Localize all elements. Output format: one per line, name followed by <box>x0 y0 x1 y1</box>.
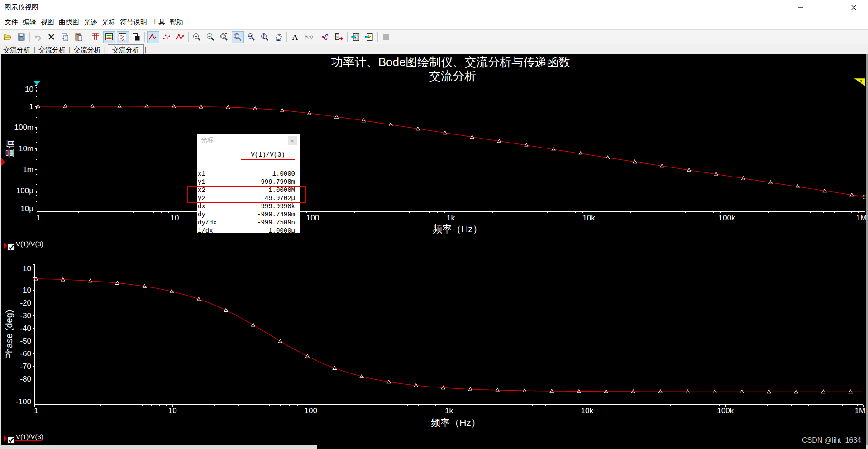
y-tick-label: 1m <box>23 165 33 174</box>
charts: 功率计、Bode图绘制仪、交流分析与传递函数交流分析1101001k10k100… <box>1 54 866 445</box>
copy-button[interactable] <box>59 31 72 43</box>
grid-button[interactable] <box>90 31 102 43</box>
legend-label[interactable]: V(1)/V(3) <box>16 240 43 248</box>
trace-V(1)/V(3) <box>37 106 865 197</box>
minimize-button[interactable] <box>790 0 811 14</box>
restore-button[interactable] <box>817 0 838 14</box>
y-tick-label: -70 <box>20 362 31 371</box>
zoom-in-button[interactable] <box>191 31 203 43</box>
toolbar-separator <box>144 32 145 42</box>
menu-视图[interactable]: 视图 <box>38 15 57 27</box>
legend-underline <box>15 440 42 441</box>
cursor-row-value: 999.7998m <box>261 178 295 186</box>
delete-button[interactable] <box>46 31 58 43</box>
x-tick-label: 100 <box>304 406 317 415</box>
menu-光标[interactable]: 光标 <box>100 15 118 27</box>
menu-工具[interactable]: 工具 <box>149 15 167 27</box>
svg-text:A: A <box>292 33 298 42</box>
menu-光迹[interactable]: 光迹 <box>81 15 100 27</box>
overlay-curves-button[interactable] <box>320 31 332 43</box>
menu-符号说明[interactable]: 符号说明 <box>118 15 149 27</box>
checkmark-icon <box>8 244 14 250</box>
window-right-edge <box>866 54 868 449</box>
save-icon <box>17 33 26 42</box>
toolbar: A(x,y) <box>0 29 868 44</box>
open-file-button[interactable] <box>2 31 14 43</box>
svg-text:(x,y): (x,y) <box>305 35 312 40</box>
y-tick-label: -50 <box>20 337 31 345</box>
checkmark-icon <box>8 437 14 443</box>
show-legend-icon <box>105 33 114 42</box>
pan-hand-button[interactable] <box>272 31 285 43</box>
toolbar-separator <box>347 32 348 42</box>
x-tick-label: 10 <box>171 214 179 222</box>
tab-交流分析-2[interactable]: 交流分析 <box>35 45 69 54</box>
zoom-out-button[interactable] <box>205 31 217 43</box>
legend-checkbox[interactable] <box>7 243 15 251</box>
menu-帮助[interactable]: 帮助 <box>167 15 186 27</box>
trace-select-arrow <box>4 242 7 249</box>
export-data-button[interactable] <box>333 31 345 43</box>
y-tick-label: -60 <box>20 349 31 358</box>
trace-dots-icon <box>162 33 171 42</box>
x-tick-label: 10 <box>168 406 177 415</box>
y-tick-label: 10m <box>19 144 33 153</box>
overlay-traces-button[interactable] <box>130 31 143 43</box>
undo-button[interactable] <box>32 31 44 43</box>
cursor-header-underline <box>241 159 295 160</box>
export-excel-button[interactable] <box>350 31 362 43</box>
menu-编辑[interactable]: 编辑 <box>20 15 38 27</box>
export-labview-button[interactable] <box>363 31 376 43</box>
x-tick-label: 1k <box>447 214 455 222</box>
cursor-row-label: x1 <box>198 170 205 177</box>
cursor-row-label: dx <box>198 203 205 210</box>
tab-交流分析-1[interactable]: 交流分析 <box>0 45 33 54</box>
minimize-icon <box>798 5 803 10</box>
cursor-row-value: -999.7499m <box>257 211 295 218</box>
legend-label[interactable]: V(1)/V(3) <box>16 433 43 440</box>
export-labview-icon <box>365 33 374 42</box>
cursor-row-value: -999.7509n <box>257 219 295 226</box>
zoom-vertical-button[interactable] <box>259 31 271 43</box>
y-axis-title: Phase (deg) <box>4 310 14 359</box>
toolbar-separator <box>377 32 378 42</box>
y-tick-label: -40 <box>20 324 31 333</box>
cursor-1-flag[interactable] <box>34 81 40 85</box>
tabbar: 交流分析|交流分析|交流分析|交流分析| <box>0 44 868 54</box>
x-tick-label: 10k <box>581 406 594 415</box>
zoom-fit-button[interactable] <box>232 31 244 43</box>
cursor-panel-close-button[interactable]: × <box>288 136 297 145</box>
zoom-horizontal-button[interactable] <box>245 31 258 43</box>
cursor-row-x1: x11.0000 <box>198 169 295 177</box>
trace-select-arrow-plot1 <box>1 158 5 166</box>
export-data-icon <box>334 33 343 42</box>
trace-line-dots-button[interactable] <box>174 31 186 43</box>
show-coordinates-button[interactable]: (x,y) <box>303 31 315 43</box>
save-button[interactable] <box>15 31 28 43</box>
stop-icon <box>382 33 391 42</box>
paste-icon <box>74 33 83 42</box>
y-tick-label: -10 <box>20 286 31 295</box>
open-file-icon <box>3 33 12 42</box>
trace-markers <box>34 277 852 393</box>
show-graphs-button[interactable] <box>117 31 129 43</box>
add-text-button[interactable]: A <box>289 31 301 43</box>
close-button[interactable] <box>843 0 864 14</box>
trace-dots-button[interactable] <box>161 31 173 43</box>
menu-文件[interactable]: 文件 <box>2 15 20 27</box>
x-tick-label: 1M <box>856 214 866 222</box>
axes <box>35 85 865 214</box>
zoom-in-icon <box>192 33 201 42</box>
zoom-horizontal-icon <box>247 33 256 42</box>
paste-button[interactable] <box>73 31 85 43</box>
close-icon <box>851 5 857 10</box>
y-tick-label: -30 <box>20 311 31 320</box>
menu-曲线图[interactable]: 曲线图 <box>57 15 81 27</box>
trace-line-button[interactable] <box>147 31 159 43</box>
stop-button[interactable] <box>380 31 392 43</box>
legend-checkbox[interactable] <box>7 436 15 444</box>
cursor-column-header: V(1)/V(3) <box>241 151 295 158</box>
zoom-window-button[interactable] <box>218 31 230 43</box>
show-legend-button[interactable] <box>103 31 115 43</box>
tab-交流分析-3[interactable]: 交流分析 <box>71 45 104 54</box>
